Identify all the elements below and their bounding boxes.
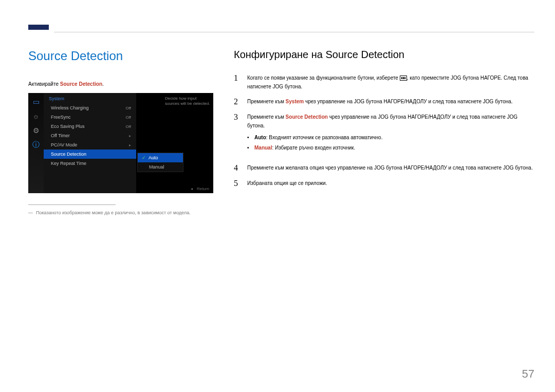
- brightness-icon: ☼: [31, 111, 41, 121]
- osd-item-label: Off Timer: [51, 133, 70, 138]
- step-body: Избраната опция ще се приложи.: [247, 179, 327, 188]
- step-number: 2: [234, 97, 241, 106]
- footnote-marker: ―: [28, 210, 33, 215]
- osd-item-pcav-mode: PC/AV Mode▸: [44, 140, 136, 150]
- step-body: Когато се появи указание за функционални…: [247, 73, 534, 91]
- bullet-text: Auto: Входният източник се разпознава ав…: [254, 133, 382, 142]
- info-icon: ⓘ: [31, 140, 41, 150]
- osd-item-value: Off: [125, 106, 131, 110]
- step2-highlight: System: [286, 99, 304, 104]
- osd-footer-arrow-icon: ◂: [191, 186, 193, 191]
- page-title: Source Detection: [28, 49, 213, 63]
- monitor-icon: ▭: [31, 97, 41, 106]
- osd-main-panel: System Wireless ChargingOff FreeSyncOff …: [44, 93, 136, 193]
- osd-footer-return: Return: [197, 186, 209, 191]
- bullet-dot-icon: •: [247, 133, 250, 142]
- step-body: Преминете към желаната опция чрез управл…: [247, 163, 533, 172]
- osd-item-wireless-charging: Wireless ChargingOff: [44, 103, 136, 113]
- osd-item-key-repeat-time: Key Repeat Time: [44, 159, 136, 168]
- step1-text-a: Когато се появи указание за функционални…: [247, 75, 400, 81]
- step-number: 5: [234, 179, 241, 188]
- osd-screenshot: ▭ ☼ ⚙ ⓘ System Wireless ChargingOff Free…: [28, 93, 213, 193]
- osd-item-label: PC/AV Mode: [51, 142, 77, 147]
- osd-item-arrow: ▸: [129, 134, 131, 138]
- page-body: Source Detection Активирайте Source Dete…: [28, 49, 534, 215]
- page-number: 57: [522, 367, 534, 381]
- footnote: ― Показаното изображение може да е разли…: [28, 210, 213, 215]
- footnote-divider: [28, 204, 116, 205]
- osd-help-text: Decide how input sources will be detecte…: [165, 96, 210, 107]
- osd-item-value: Off: [125, 115, 131, 120]
- left-column: Source Detection Активирайте Source Dete…: [28, 49, 213, 215]
- step-body: Преминете към System чрез управление на …: [247, 97, 513, 106]
- intro-highlight: Source Detection: [60, 81, 102, 87]
- intro-suffix: .: [102, 81, 104, 87]
- osd-item-label: Wireless Charging: [51, 105, 89, 110]
- bullet-list: • Auto: Входният източник се разпознава …: [247, 133, 534, 152]
- osd-submenu-label: Manual: [149, 164, 164, 170]
- step2-text-b: чрез управление на JOG бутона НАГОРЕ/НАД…: [304, 99, 512, 104]
- intro-prefix: Активирайте: [28, 81, 60, 87]
- osd-item-eco-saving: Eco Saving PlusOff: [44, 122, 136, 131]
- bullet-text: Manual: Избирате ръчно входен източник.: [254, 143, 355, 152]
- step-number: 4: [234, 163, 241, 173]
- step-4: 4 Преминете към желаната опция чрез упра…: [234, 163, 534, 173]
- bullet-manual: • Manual: Избирате ръчно входен източник…: [247, 143, 534, 152]
- osd-submenu-label: Auto: [149, 155, 158, 160]
- osd-submenu-manual: Manual: [138, 162, 183, 172]
- bullet-desc: : Избирате ръчно входен източник.: [272, 145, 355, 151]
- step-2: 2 Преминете към System чрез управление н…: [234, 97, 534, 106]
- bullet-auto: • Auto: Входният източник се разпознава …: [247, 133, 534, 142]
- step-number: 3: [234, 113, 241, 122]
- step-body: Преминете към Source Detection чрез упра…: [247, 113, 534, 157]
- bullet-desc: : Входният източник се разпознава автома…: [266, 135, 383, 140]
- top-divider: [54, 32, 534, 32]
- osd-submenu: ✓Auto Manual: [137, 153, 183, 172]
- osd-item-freesync: FreeSyncOff: [44, 113, 136, 122]
- header-accent-bar: [28, 25, 49, 30]
- step-3: 3 Преминете към Source Detection чрез уп…: [234, 113, 534, 157]
- osd-item-label: FreeSync: [51, 115, 71, 120]
- step3-text-a: Преминете към: [247, 114, 286, 120]
- osd-item-off-timer: Off Timer▸: [44, 131, 136, 140]
- step-1: 1 Когато се появи указание за функционал…: [234, 73, 534, 91]
- section-subtitle: Конфигуриране на Source Detection: [234, 49, 534, 61]
- document-page: Source Detection Активирайте Source Dete…: [0, 0, 555, 392]
- step-5: 5 Избраната опция ще се приложи.: [234, 179, 534, 188]
- intro-text: Активирайте Source Detection.: [28, 81, 213, 87]
- osd-item-label: Key Repeat Time: [51, 161, 86, 166]
- osd-item-label: Source Detection: [51, 152, 86, 157]
- osd-item-arrow: ▸: [129, 143, 131, 147]
- bullet-label: Manual: [254, 145, 272, 151]
- osd-item-value: Off: [125, 124, 131, 129]
- osd-submenu-auto: ✓Auto: [138, 153, 183, 162]
- osd-menu-title: System: [44, 93, 136, 103]
- step-number: 1: [234, 73, 241, 83]
- menu-icon: [400, 76, 407, 81]
- step2-text-a: Преминете към: [247, 99, 286, 104]
- footnote-text: Показаното изображение може да е различн…: [36, 210, 191, 215]
- osd-footer: ◂ Return: [191, 186, 209, 191]
- bullet-label: Auto: [254, 135, 266, 140]
- right-column: Конфигуриране на Source Detection 1 Кога…: [234, 49, 534, 215]
- bullet-dot-icon: •: [247, 143, 250, 152]
- gear-icon: ⚙: [31, 126, 41, 135]
- osd-item-source-detection: Source Detection: [44, 150, 136, 159]
- check-icon: ✓: [142, 155, 146, 160]
- osd-item-label: Eco Saving Plus: [51, 124, 85, 129]
- step3-highlight: Source Detection: [286, 114, 328, 120]
- osd-sidebar: ▭ ☼ ⚙ ⓘ: [28, 93, 44, 193]
